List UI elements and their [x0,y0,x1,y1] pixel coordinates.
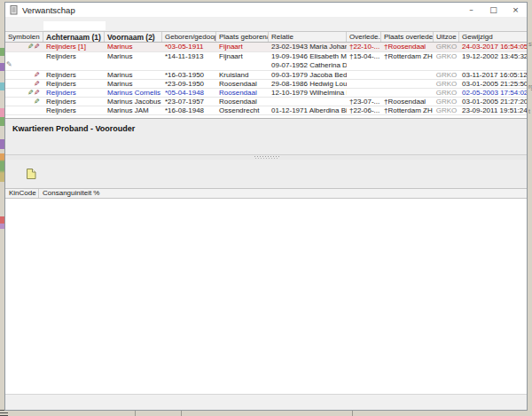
plaats_geboren-cell: Roosendaal [216,98,269,106]
column-header-achternaam[interactable]: Achternaam (1) [43,32,105,42]
plaats_overleden-cell [381,80,434,88]
geboren-cell: *16-08-1948 [162,106,216,114]
app-icon [10,5,19,15]
relatie-cell [269,98,347,106]
quill-gray-icon: ✎ [6,60,12,69]
symbols-cell [5,106,43,114]
geboren-cell: *14-11-1913 [162,52,216,70]
table-row[interactable]: ✎ReijndersMarinus Jacobus G...*23-07-195… [5,98,527,106]
gewijzigd-cell: 02-05-2003 17:54:02 [459,89,527,97]
relatie-line: 19-09-1946 Elisabeth Mat... [271,52,347,61]
plaats_overleden-cell: †Rotterdam ZH [381,106,434,114]
relatie-line [271,98,347,106]
pencil-red-icon: ✎ [34,43,40,51]
desktop-background: sl rg t Verwantschap – □ × [0,0,532,416]
plaats_geboren-cell: Roosendaal [216,89,269,97]
pencil-red-icon: ✎ [34,89,40,97]
table-row[interactable]: ✎ReijndersMarinus*16-03-1950Kruisland09-… [5,71,527,80]
pencil-green-icon: ✎ [34,98,40,106]
gewijzigd-cell: 23-09-2011 19:51:24 [459,106,527,114]
achternaam-cell: Reijnders [43,71,105,79]
voornaam-cell: Marinus Cornelis [105,89,162,97]
relatie-line: 09-07-1952 Catherina DM... [271,61,347,70]
gewijzigd-cell: 19-12-2002 13:45:32 [459,52,527,70]
column-header-kincode[interactable]: KinCode [5,189,39,198]
plaats_overleden-cell: †Roosendaal [381,43,434,51]
table-row[interactable]: ✎ReijndersMarinus*23-09-1950Roosendaal29… [5,80,527,89]
maximize-button[interactable]: □ [482,3,505,17]
pencil-red-icon: ✎ [34,80,40,88]
symbols-cell: ✎ [5,80,43,88]
minimize-button[interactable]: – [460,3,482,17]
geboren-cell: *23-07-1957 [162,98,216,106]
table-row[interactable]: ✎✎Reijnders [1]Marinus*03-05-1911Fijnaar… [5,43,527,52]
relatie-cell: 01-12-1971 Alberdina Bie... [269,106,347,114]
voornaam-cell: Marinus [105,80,162,88]
symbols-cell: ✎ [5,71,43,79]
background-gridline [181,411,182,416]
plaats_overleden-cell [381,71,434,79]
pencil-red-icon: ✎ [34,71,40,79]
voornaam-cell: Marinus [105,71,162,79]
table-body: ✎✎Reijnders [1]Marinus*03-05-1911Fijnaar… [5,43,527,115]
document-icon[interactable] [26,168,36,184]
kincode-list-area[interactable] [5,199,527,394]
uitzoek-cell: GRKO [434,106,459,114]
uitzoek-cell: GRKO [434,89,459,97]
column-header-voornaam[interactable]: Voornaam (2) [105,32,162,42]
symbols-cell: ✎ [5,52,43,70]
splitter-grip-icon[interactable] [254,156,279,159]
toolbar-strip [5,17,527,32]
column-header-symbolen[interactable]: Symbolen [5,32,43,42]
table-row[interactable]: ✎ReijndersMarinus*14-11-1913Fijnaart19-0… [5,52,527,71]
status-bar [5,394,527,410]
table-header: SymbolenAchternaam (1)Voornaam (2)Gebore… [5,31,527,43]
close-button[interactable]: × [505,3,527,17]
titlebar[interactable]: Verwantschap – □ × [5,3,527,17]
achternaam-cell: Reijnders [43,89,105,97]
background-gridline [352,411,353,416]
relatie-line: 29-08-1986 Hedwig Louis... [271,80,347,88]
gewijzigd-cell: 03-01-2005 21:27:20 [459,98,527,106]
plaats_geboren-cell: Fijnaart [216,52,269,70]
relatie-cell: 29-08-1986 Hedwig Louis... [269,80,347,88]
quick-search-input[interactable] [43,21,106,30]
plaats_geboren-cell: Fijnaart [216,43,269,51]
column-header-gewijzigd[interactable]: Gewijzigd [459,32,527,42]
overleden-cell: †22-06-... [347,106,381,114]
uitzoek-cell: GRKO [434,71,459,79]
relatie-line: 09-03-1979 Jacoba Bedaf,... [271,71,347,79]
background-corner-marks [0,410,8,416]
overleden-cell: †15-04-... [347,52,381,70]
column-header-plaats_overleden[interactable]: Plaats overlede... [381,32,434,42]
table-row[interactable]: ReijndersMarinus JAM*16-08-1948Ossendrec… [5,106,527,115]
voornaam-cell: Marinus [105,52,162,70]
achternaam-cell: Reijnders [43,98,105,106]
voornaam-cell: Marinus JAM [105,106,162,114]
column-header-geboren[interactable]: Geboren/gedoopt [162,32,216,42]
voornaam-cell: Marinus [105,43,162,51]
plaats_geboren-cell: Kruisland [216,71,269,79]
column-header-consanguinity[interactable]: Consanguiniteit % [39,189,527,198]
geboren-cell: *03-05-1911 [162,43,216,51]
relatie-cell: 19-09-1946 Elisabeth Mat...09-07-1952 Ca… [269,52,347,70]
background-text-fragment: t [528,108,532,115]
voornaam-cell: Marinus Jacobus G... [105,98,162,106]
gewijzigd-cell: 03-11-2017 16:05:12 [459,71,527,79]
achternaam-cell: Reijnders [43,80,105,88]
pencil-green-icon: ✎ [27,89,34,97]
verwantschap-window: Verwantschap – □ × SymbolenAchternaam (1… [4,2,528,411]
achternaam-cell: Reijnders [1] [43,43,105,51]
plaats_overleden-cell [381,89,434,97]
column-header-relatie[interactable]: Relatie [269,32,347,42]
background-text-fragment: sl [528,41,532,48]
column-header-uitzoek[interactable]: Uitzoe [434,32,459,42]
overleden-cell [347,89,381,97]
column-header-plaats_geboren[interactable]: Plaats geboren/... [216,32,269,42]
plaats_geboren-cell: Ossendrecht [216,106,269,114]
overleden-cell: †23-07-... [347,98,381,106]
geboren-cell: *16-03-1950 [162,71,216,79]
column-header-overleden[interactable]: Overlede... [347,32,381,42]
table-row[interactable]: ✎✎ReijndersMarinus Cornelis*05-04-1948Ro… [5,89,527,98]
uitzoek-cell: GRKO [434,43,459,51]
